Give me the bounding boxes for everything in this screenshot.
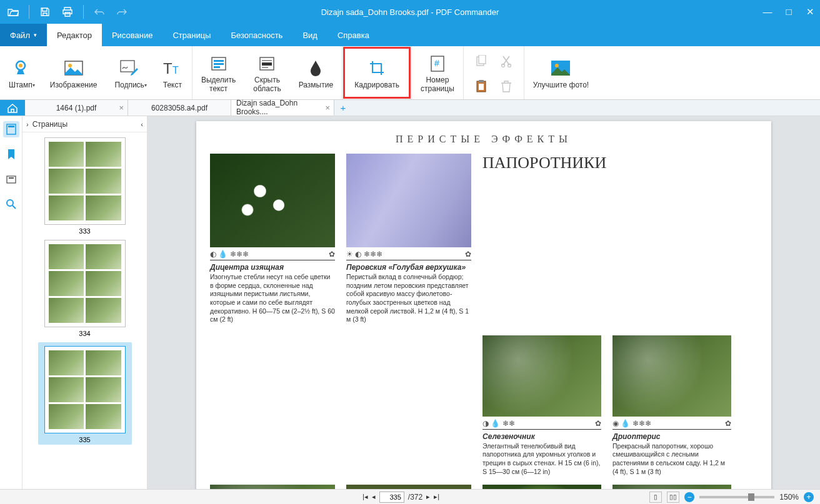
thumb-image (44, 240, 126, 327)
zoom-value: 150% (779, 493, 799, 502)
menu-drawing[interactable]: Рисование (102, 24, 162, 46)
doc-tab-2[interactable]: Dizajn sada_Dohn Brooks....× (231, 100, 334, 116)
maximize-button[interactable]: □ (782, 6, 795, 17)
text-button[interactable]: TT Текст (153, 46, 192, 99)
blur-button[interactable]: Размытие (290, 46, 342, 99)
prev-page-icon[interactable]: ◂ (372, 493, 376, 501)
plant-card (482, 485, 601, 489)
window-controls: — □ ✕ (761, 6, 816, 17)
plant-photo (210, 485, 335, 489)
zoom-slider[interactable] (699, 496, 774, 498)
save-icon[interactable] (36, 2, 54, 21)
hide-area-button[interactable]: Скрыть область (244, 46, 289, 99)
two-page-icon[interactable]: ▯▯ (667, 492, 679, 503)
zoom-in-button[interactable]: + (804, 492, 814, 502)
menu-file[interactable]: Файл (0, 24, 47, 46)
attachments-icon[interactable] (3, 171, 19, 187)
copy-icon[interactable] (472, 52, 490, 70)
improve-photo-icon (551, 58, 571, 78)
close-icon[interactable]: × (325, 103, 330, 112)
page-total: /372 (408, 493, 422, 502)
svg-rect-23 (479, 84, 484, 90)
svg-rect-22 (479, 80, 484, 82)
undo-icon[interactable] (90, 2, 109, 21)
delete-icon[interactable] (498, 77, 515, 95)
menu-pages[interactable]: Страницы (162, 24, 221, 46)
thumb-334[interactable]: 334 (38, 240, 132, 337)
paste-icon[interactable] (472, 77, 490, 95)
plant-photo (482, 335, 601, 417)
crop-button[interactable]: Кадрировать (342, 46, 411, 99)
thumbnails-panel: › Страницы ‹ 333 334 335 (22, 116, 148, 489)
document-tabs: 1464 (1).pdf× 60283058.a4.pdf Dizajn sad… (0, 100, 820, 116)
doc-tab-1[interactable]: 60283058.a4.pdf (128, 100, 231, 116)
add-tab-button[interactable]: + (334, 100, 352, 116)
redo-icon[interactable] (112, 2, 131, 21)
svg-rect-9 (214, 63, 224, 65)
improve-photo-button[interactable]: Улучшите фото! (524, 46, 598, 99)
thumbnails-list[interactable]: 333 334 335 (22, 132, 147, 489)
svg-point-3 (68, 64, 72, 67)
cut-icon[interactable] (498, 52, 515, 70)
clipboard-group (464, 46, 524, 99)
menu-view[interactable]: Вид (292, 24, 328, 46)
minimize-button[interactable]: — (761, 6, 774, 17)
highlight-text-button[interactable]: Выделить текст (192, 46, 244, 99)
plant-card: ◑ 💧 ❄❄ Селезеночник Элегантный тенелюбив… (482, 335, 601, 477)
svg-point-30 (7, 200, 13, 206)
first-page-icon[interactable]: |◂ (362, 493, 368, 501)
thumb-image (44, 346, 126, 433)
thumbnails-icon[interactable] (3, 121, 19, 137)
fern-heading: ПАПОРОТНИКИ (482, 154, 731, 329)
chevron-left-icon[interactable]: ‹ (141, 121, 143, 128)
page-input[interactable] (379, 492, 404, 503)
svg-rect-14 (262, 67, 268, 68)
last-page-icon[interactable]: ▸| (434, 493, 439, 501)
menu-bar: Файл Редактор Рисование Страницы Безопас… (0, 24, 820, 46)
svg-rect-12 (262, 60, 272, 61)
doc-tab-0[interactable]: 1464 (1).pdf× (25, 100, 128, 116)
plant-photo (346, 154, 471, 247)
plant-card: ◐ 💧 ❄❄❄ Фенхель обыкновенный (210, 485, 335, 489)
print-icon[interactable] (58, 2, 77, 21)
page: ПЕРИСТЫЕ ЭФФЕКТЫ ◐ 💧 ❄❄❄ Дицентра изящна… (196, 121, 771, 489)
open-icon[interactable] (4, 2, 22, 21)
search-icon[interactable] (3, 196, 19, 212)
highlight-icon (209, 54, 229, 74)
bookmarks-icon[interactable] (3, 146, 19, 162)
single-page-icon[interactable]: ▯ (649, 492, 662, 503)
page-heading: ПЕРИСТЫЕ ЭФФЕКТЫ (210, 134, 758, 145)
next-page-icon[interactable]: ▸ (426, 493, 430, 501)
plant-photo (346, 485, 471, 489)
plant-card: ◐ 💧 ❄❄❄ Дицентра изящная Изогнутые стебл… (210, 154, 335, 324)
plant-photo (612, 335, 731, 417)
side-toolbar (0, 116, 22, 489)
svg-text:#: # (434, 58, 439, 68)
menu-help[interactable]: Справка (328, 24, 379, 46)
document-viewer[interactable]: ПЕРИСТЫЕ ЭФФЕКТЫ ◐ 💧 ❄❄❄ Дицентра изящна… (148, 116, 820, 489)
close-button[interactable]: ✕ (804, 6, 816, 17)
close-icon[interactable]: × (119, 103, 124, 112)
thumb-335[interactable]: 335 (38, 342, 132, 445)
plant-card: ☀ ◐ ❄❄❄ Перовския «Голубая верхушка» Пер… (346, 154, 471, 324)
signature-icon (119, 58, 139, 78)
thumb-image (44, 137, 126, 225)
stamp-button[interactable]: Штамп (0, 46, 41, 99)
thumb-333[interactable]: 333 (38, 137, 132, 235)
title-bar: Dizajn sada_Dohn Brooks.pdf - PDF Comman… (0, 0, 820, 24)
chevron-right-icon[interactable]: › (26, 121, 29, 128)
plant-photo (482, 485, 601, 489)
stamp-icon (11, 58, 31, 78)
home-button[interactable] (0, 100, 25, 116)
quick-access-toolbar (0, 2, 135, 21)
plant-photo (210, 154, 335, 247)
svg-rect-8 (214, 60, 224, 62)
page-number-button[interactable]: # Номер страницы (412, 46, 463, 99)
menu-editor[interactable]: Редактор (47, 24, 102, 46)
image-button[interactable]: Изображение (41, 46, 106, 99)
menu-security[interactable]: Безопасность (221, 24, 292, 46)
zoom-out-button[interactable]: − (684, 492, 694, 502)
crop-icon (367, 58, 387, 78)
signature-button[interactable]: Подпись (106, 46, 153, 99)
svg-rect-28 (7, 176, 16, 183)
